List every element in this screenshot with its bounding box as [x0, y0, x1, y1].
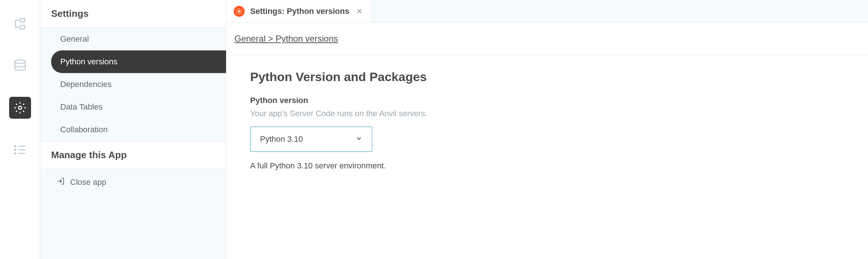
- svg-point-6: [15, 153, 16, 154]
- svg-point-5: [15, 149, 16, 150]
- close-app-label: Close app: [70, 178, 106, 187]
- database-icon[interactable]: [9, 55, 31, 77]
- tree-icon[interactable]: [9, 13, 31, 35]
- svg-rect-1: [20, 26, 25, 29]
- tab-python-versions[interactable]: Settings: Python versions ✕: [226, 0, 372, 22]
- python-version-note: A full Python 3.10 server environment.: [250, 161, 844, 171]
- main-content: Python Version and Packages Python versi…: [226, 55, 868, 185]
- close-app-action[interactable]: Close app: [40, 169, 226, 194]
- svg-point-2: [15, 60, 25, 64]
- breadcrumb-bar: General > Python versions: [226, 23, 868, 55]
- python-version-label: Python version: [250, 96, 844, 105]
- nav-item-general[interactable]: General: [40, 28, 226, 50]
- nav-item-data-tables[interactable]: Data Tables: [40, 96, 226, 118]
- nav-item-dependencies[interactable]: Dependencies: [40, 73, 226, 96]
- svg-point-4: [15, 145, 16, 146]
- svg-rect-0: [20, 19, 25, 22]
- select-value: Python 3.10: [260, 134, 303, 144]
- list-icon[interactable]: [9, 139, 31, 161]
- gear-icon[interactable]: [9, 97, 31, 119]
- settings-header: Settings: [40, 0, 226, 28]
- icon-rail: [0, 0, 40, 259]
- nav-item-python-versions[interactable]: Python versions: [51, 50, 226, 73]
- page-heading: Python Version and Packages: [250, 70, 844, 84]
- settings-nav-section: General Python versions Dependencies Dat…: [40, 28, 226, 141]
- content-area: Settings: Python versions ✕ General > Py…: [226, 0, 868, 259]
- nav-item-collaboration[interactable]: Collaboration: [40, 118, 226, 141]
- manage-app-header: Manage this App: [40, 141, 226, 169]
- python-version-select[interactable]: Python 3.10: [250, 126, 372, 152]
- svg-point-10: [238, 10, 240, 12]
- tab-bar: Settings: Python versions ✕: [226, 0, 868, 23]
- tab-title: Settings: Python versions: [250, 7, 349, 16]
- tab-gear-icon: [234, 6, 245, 17]
- breadcrumb[interactable]: General > Python versions: [234, 34, 338, 43]
- svg-point-3: [18, 106, 22, 110]
- python-version-description: Your app's Server Code runs on the Anvil…: [250, 109, 844, 118]
- close-icon[interactable]: ✕: [355, 7, 364, 16]
- chevron-down-icon: [355, 135, 363, 144]
- settings-panel: Settings General Python versions Depende…: [40, 0, 226, 259]
- exit-icon: [57, 177, 65, 187]
